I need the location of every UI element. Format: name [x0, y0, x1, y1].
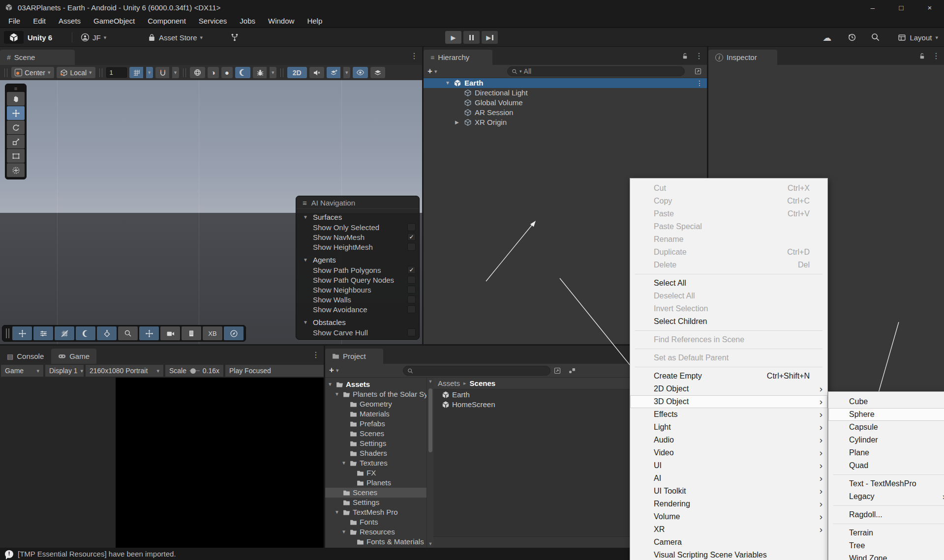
- snap-options-dropdown[interactable]: ▾: [172, 67, 179, 78]
- camera-preview-button[interactable]: [160, 326, 180, 340]
- hierarchy-item-earth[interactable]: ▼Earth⋮: [424, 78, 707, 88]
- undo-history-button[interactable]: [847, 31, 856, 42]
- menubar-item-edit[interactable]: Edit: [27, 15, 52, 27]
- grid-size-field[interactable]: [106, 67, 127, 78]
- gizmo-overlay-button[interactable]: [97, 326, 117, 340]
- checkbox-show-avoidance[interactable]: [407, 305, 416, 313]
- view-hand-tool[interactable]: [7, 92, 25, 106]
- play-focused-dropdown[interactable]: Play Focused: [225, 365, 324, 377]
- grid-snap-overlay-button[interactable]: [55, 326, 74, 340]
- snap-button[interactable]: [155, 67, 169, 78]
- project-tree-scrollbar[interactable]: ▼ ▼: [426, 378, 433, 548]
- row-menu-kebab-icon[interactable]: ⋮: [696, 79, 703, 87]
- project-folder-textmesh-pro[interactable]: ▼TextMesh Pro: [325, 507, 426, 517]
- submenu-item-terrain[interactable]: Terrain: [828, 527, 944, 539]
- project-folder-planets-of-the-solar-syste[interactable]: ▼Planets of the Solar Syste: [325, 389, 426, 399]
- rotate-tool[interactable]: [7, 120, 25, 134]
- submenu-item-plane[interactable]: Plane: [828, 446, 944, 459]
- context-menu-item-video[interactable]: Video›: [630, 446, 827, 459]
- project-folder-shaders[interactable]: Shaders: [325, 448, 426, 458]
- context-menu-item-xr[interactable]: XR›: [630, 523, 827, 536]
- packages-visibility-icon[interactable]: [568, 367, 576, 375]
- scene-panel-menu-icon[interactable]: ⋮: [410, 51, 418, 60]
- 2d-toggle[interactable]: 2D: [287, 67, 307, 78]
- unlock-icon[interactable]: [918, 52, 926, 59]
- checkbox-show-walls[interactable]: [407, 295, 416, 303]
- context-menu-item-volume[interactable]: Volume›: [630, 510, 827, 523]
- menubar-item-gameobject[interactable]: GameObject: [87, 15, 141, 27]
- orientation-overlay-button[interactable]: [224, 326, 244, 340]
- context-menu-item-duplicate[interactable]: DuplicateCtrl+D: [630, 246, 827, 259]
- checkbox-show-path-query-nodes[interactable]: [407, 276, 416, 284]
- checkbox-show-only-selected[interactable]: [407, 223, 416, 231]
- tab-scene[interactable]: # Scene: [0, 50, 75, 65]
- scene-viewport[interactable]: ≡ XB: [0, 80, 422, 344]
- sliders-overlay-button[interactable]: [33, 326, 53, 340]
- scale-slider[interactable]: [189, 370, 200, 371]
- hierarchy-item-directional-light[interactable]: Directional Light: [424, 88, 707, 98]
- foldout-open-icon[interactable]: ▼: [341, 460, 346, 466]
- menubar-item-window[interactable]: Window: [262, 15, 301, 27]
- grid-options-dropdown[interactable]: ▾: [146, 67, 153, 78]
- game-panel-menu-icon[interactable]: ⋮: [312, 350, 320, 359]
- cloud-button[interactable]: ☁: [822, 32, 831, 43]
- menubar-item-component[interactable]: Component: [141, 15, 192, 27]
- debug-options-dropdown[interactable]: ▾: [270, 67, 276, 78]
- submenu-item-cube[interactable]: Cube: [828, 395, 944, 408]
- context-menu-item-copy[interactable]: CopyCtrl+C: [630, 195, 827, 207]
- open-search-window-icon[interactable]: [553, 367, 561, 375]
- context-menu-item-select-all[interactable]: Select All: [630, 277, 827, 290]
- transform-tool[interactable]: [7, 163, 25, 177]
- rect-tool[interactable]: [7, 149, 25, 163]
- context-menu-item-rendering[interactable]: Rendering›: [630, 498, 827, 510]
- context-menu-item-ui-toolkit[interactable]: UI Toolkit›: [630, 485, 827, 498]
- submenu-item-capsule[interactable]: Capsule: [828, 421, 944, 434]
- grid-visibility-button[interactable]: [129, 67, 143, 78]
- hierarchy-item-xr-origin[interactable]: ▶XR Origin: [424, 118, 707, 127]
- shading-shaded-button[interactable]: ●: [221, 67, 233, 78]
- shading-shaded-wire-button[interactable]: ◑: [208, 67, 219, 78]
- submenu-item-ragdoll[interactable]: Ragdoll...: [828, 508, 944, 521]
- menubar-item-assets[interactable]: Assets: [52, 15, 87, 27]
- project-folder-assets[interactable]: ▼Assets: [325, 380, 426, 389]
- project-folder-materials[interactable]: Materials: [325, 409, 426, 419]
- create-asset-dropdown[interactable]: + ▾: [329, 365, 338, 375]
- context-menu-item-camera[interactable]: Camera: [630, 536, 827, 549]
- account-dropdown[interactable]: JF ▾: [81, 31, 106, 44]
- context-menu-item-3d-object[interactable]: 3D Object›: [630, 395, 827, 408]
- checkbox-show-path-polygons[interactable]: ✓: [407, 266, 416, 274]
- lighting-toggle[interactable]: [235, 67, 250, 78]
- display-dropdown[interactable]: Display 1▾: [45, 365, 84, 377]
- version-control-button[interactable]: [230, 31, 239, 44]
- pivot-mode-dropdown[interactable]: Center ▾: [11, 67, 54, 78]
- foldout-open-icon[interactable]: ▼: [335, 391, 339, 397]
- context-menu-item-delete[interactable]: DeleteDel: [630, 259, 827, 271]
- context-menu-item-2d-object[interactable]: 2D Object›: [630, 383, 827, 395]
- camera-overlay-button[interactable]: [370, 67, 385, 78]
- context-menu-item-effects[interactable]: Effects›: [630, 408, 827, 421]
- context-menu-item-find-references-in-scene[interactable]: Find References in Scene: [630, 333, 827, 346]
- project-folder-geometry[interactable]: Geometry: [325, 399, 426, 409]
- nav-section-agents[interactable]: ▼Agents: [296, 254, 419, 265]
- foldout-closed-icon[interactable]: ▶: [455, 119, 459, 125]
- submenu-item-sphere[interactable]: Sphere: [828, 408, 944, 421]
- hierarchy-search[interactable]: ▾: [507, 66, 685, 76]
- move-tool[interactable]: [7, 106, 25, 120]
- snap-increment-button[interactable]: [139, 326, 159, 340]
- foldout-open-icon[interactable]: ▼: [341, 529, 346, 534]
- context-menu-item-set-as-default-parent[interactable]: Set as Default Parent: [630, 352, 827, 364]
- scale-tool[interactable]: [7, 135, 25, 148]
- project-search-input[interactable]: [415, 367, 546, 375]
- context-menu-item-paste-special[interactable]: Paste Special: [630, 220, 827, 233]
- search-overlay-button[interactable]: [118, 326, 138, 340]
- rotation-mode-dropdown[interactable]: Local ▾: [57, 67, 95, 78]
- project-folder-scenes[interactable]: Scenes: [325, 429, 426, 439]
- move-overlay-button[interactable]: [12, 326, 32, 340]
- tab-hierarchy[interactable]: ≡ Hierarchy: [424, 50, 492, 65]
- tab-game[interactable]: Game: [51, 349, 96, 364]
- project-folder-scenes[interactable]: Scenes: [325, 488, 426, 498]
- hierarchy-item-ar-session[interactable]: AR Session: [424, 108, 707, 118]
- project-folder-fx[interactable]: FX: [325, 468, 426, 478]
- layout-dropdown[interactable]: Layout ▾: [898, 31, 938, 44]
- minimize-button[interactable]: –: [858, 0, 887, 15]
